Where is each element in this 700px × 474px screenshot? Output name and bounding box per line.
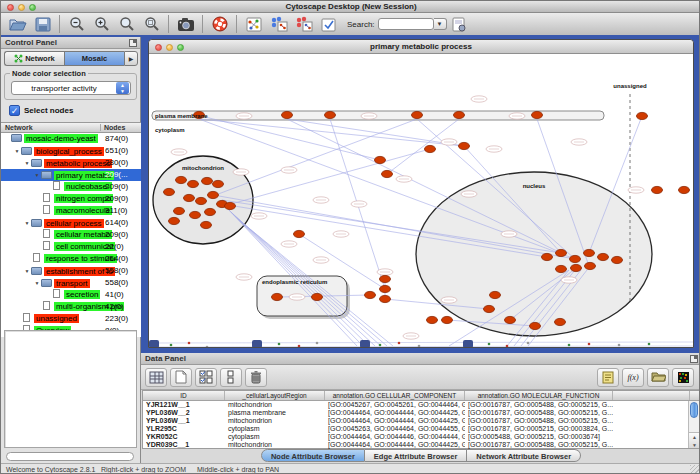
graph-node[interactable]	[412, 111, 423, 118]
column-header[interactable]: _cellularLayoutRegion	[225, 391, 325, 400]
graph-node[interactable]	[380, 285, 391, 292]
graph-node[interactable]	[532, 111, 543, 118]
import-table-button[interactable]	[145, 368, 167, 387]
graph-node[interactable]	[570, 255, 581, 262]
column-header[interactable]: annotation.GO MOLECULAR_FUNCTION	[465, 391, 613, 400]
graph-node[interactable]	[225, 202, 236, 209]
scrollbar-thumb[interactable]	[690, 402, 698, 418]
snapshot-button[interactable]	[173, 14, 198, 35]
float-panel-icon[interactable]	[129, 39, 137, 47]
tab-scroll-arrow[interactable]: ▶	[124, 51, 138, 66]
graph-node[interactable]	[213, 180, 224, 187]
graph-node[interactable]	[174, 207, 185, 214]
table-cell[interactable]	[613, 425, 690, 433]
graph-node[interactable]	[169, 217, 180, 224]
table-cell[interactable]: [GO:0016787, GO:0005488, GO:0005215, G..…	[465, 417, 613, 425]
search-input[interactable]	[378, 18, 434, 30]
graph-node[interactable]	[505, 316, 516, 323]
select-attributes-button[interactable]	[195, 368, 217, 387]
graph-node[interactable]	[205, 208, 216, 215]
zoom-fit-button[interactable]	[114, 14, 139, 35]
column-header[interactable]: annotation.GO CELLULAR_COMPONENT	[325, 391, 465, 400]
select-attributes-alt-button[interactable]	[220, 368, 242, 387]
tree-row[interactable]: cellular metabo209(0)	[1, 229, 141, 241]
tree-row[interactable]: ▼metabolic process280(0)	[1, 157, 141, 169]
graph-node[interactable]	[637, 112, 648, 119]
network-graph[interactable]: plasma membranecytoplasmmitochondrionnuc…	[149, 54, 693, 347]
table-row[interactable]: YKR052Ccytoplasm[GO:0044464, GO:0044446,…	[143, 433, 699, 441]
table-cell[interactable]: [GO:0005488, GO:0005215, GO:0003674]	[465, 433, 613, 441]
tree-row[interactable]: ▼transport558(0)	[1, 277, 141, 289]
graph-node[interactable]	[530, 322, 541, 329]
graph-node[interactable]	[427, 316, 438, 323]
graph-node[interactable]	[365, 291, 376, 298]
tree-row[interactable]: ▼biological_process651(0)	[1, 145, 141, 157]
table-cell[interactable]: YJR121W__1	[143, 401, 225, 409]
table-row[interactable]: YLR295Ccytoplasm[GO:0045263, GO:0044464,…	[143, 425, 699, 433]
table-cell[interactable]: mitochondrion	[225, 401, 325, 409]
graph-node[interactable]	[598, 253, 609, 260]
scrollbar-arrows[interactable]: ▲▼	[689, 432, 700, 448]
resize-grip[interactable]	[690, 465, 700, 474]
tree-row[interactable]: mosaic-demo-yeast874(0)	[1, 133, 141, 145]
graph-node[interactable]	[312, 293, 323, 300]
zoom-out-button[interactable]	[64, 14, 89, 35]
graph-node[interactable]	[382, 170, 393, 177]
graph-node[interactable]	[556, 249, 567, 256]
network-window-titlebar[interactable]: primary metabolic process	[149, 40, 693, 54]
graph-node[interactable]	[585, 262, 596, 269]
table-cell[interactable]: YDR039C__1	[143, 441, 225, 449]
graph-node[interactable]	[490, 291, 501, 298]
graph-node[interactable]	[325, 111, 336, 118]
tree-row[interactable]: unassigned223(0)	[1, 313, 141, 325]
graph-node[interactable]	[652, 186, 663, 193]
table-cell[interactable]: YPL036W__1	[143, 417, 225, 425]
table-cell[interactable]: [GO:0045267, GO:0045261, GO:0044464, G..…	[325, 401, 465, 409]
network-canvas[interactable]: plasma membranecytoplasmmitochondrionnuc…	[149, 54, 693, 347]
table-cell[interactable]: [GO:0016787, GO:0005215, GO:0003824, G..…	[465, 425, 613, 433]
open-attribute-file-button[interactable]	[647, 368, 669, 387]
graph-node[interactable]	[164, 188, 175, 195]
graph-node[interactable]	[571, 264, 582, 271]
save-button[interactable]	[30, 14, 55, 35]
table-cell[interactable]: [GO:0016787, GO:0005488, GO:0005215, G..…	[465, 401, 613, 409]
table-cell[interactable]: [GO:0044464, GO:0044446, GO:0044444, G..…	[325, 433, 465, 441]
search-dropdown-arrow[interactable]: ▼	[434, 18, 447, 30]
delete-attribute-button[interactable]	[245, 368, 267, 387]
graph-node[interactable]	[542, 253, 553, 260]
table-cell[interactable]: [GO:0016787, GO:0005488, GO:0005215, G..…	[465, 441, 613, 449]
table-cell[interactable]: [GO:0044464, GO:0044444, GO:0044425, G..…	[325, 417, 465, 425]
notes-button[interactable]	[597, 368, 619, 387]
table-cell[interactable]	[613, 441, 690, 449]
graph-node[interactable]	[679, 186, 690, 193]
table-row[interactable]: YPL036W__2plasma membrane[GO:0044464, GO…	[143, 409, 699, 417]
disclosure-triangle-icon[interactable]: ▼	[13, 145, 21, 157]
graph-node[interactable]	[380, 275, 391, 282]
graph-node[interactable]	[188, 180, 199, 187]
select-nodes-checkbox[interactable]: ✓	[9, 105, 20, 116]
tree-row[interactable]: ▼cellular process614(0)	[1, 217, 141, 229]
tree-header-nodes[interactable]: Nodes	[100, 124, 125, 131]
new-document-button[interactable]	[170, 368, 192, 387]
vizmapper-button[interactable]	[266, 14, 291, 35]
tab-node-attribute-browser[interactable]: Node Attribute Browser	[261, 449, 365, 462]
tab-network-attribute-browser[interactable]: Network Attribute Browser	[467, 449, 581, 462]
graph-node[interactable]	[184, 194, 195, 201]
graph-node[interactable]	[282, 111, 293, 118]
disclosure-triangle-icon[interactable]: ▼	[23, 265, 31, 277]
tree-row[interactable]: response to stimulu264(0)	[1, 253, 141, 265]
tree-row[interactable]: nucleobase-209(0)	[1, 181, 141, 193]
zoom-selected-button[interactable]	[139, 14, 164, 35]
open-file-button[interactable]	[5, 14, 30, 35]
network-window[interactable]: primary metabolic process plasma membran…	[148, 39, 694, 348]
create-network-view-button[interactable]	[241, 14, 266, 35]
graph-node[interactable]	[380, 295, 391, 302]
graph-node[interactable]	[272, 293, 283, 300]
graph-node[interactable]	[375, 156, 386, 163]
tree-row[interactable]: secretion41(0)	[1, 289, 141, 301]
node-color-dropdown[interactable]: transporter activity ▲▼	[11, 81, 131, 95]
tree-row[interactable]: macromolecule311(0)	[1, 205, 141, 217]
table-cell[interactable]: cytoplasm	[225, 425, 325, 433]
tree-row[interactable]: ▼establishment of lo558(0)	[1, 265, 141, 277]
graph-node[interactable]	[294, 230, 305, 237]
